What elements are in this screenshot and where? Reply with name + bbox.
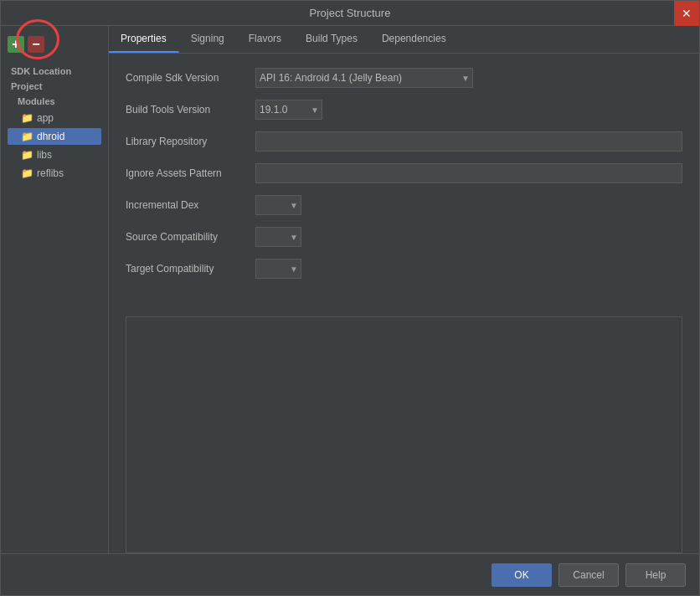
build-tools-label: Build Tools Version: [126, 104, 255, 116]
sidebar-item-libs[interactable]: 📁 libs: [8, 146, 101, 163]
tab-properties[interactable]: Properties: [109, 26, 179, 53]
sidebar-item-reflibs-label: reflibs: [37, 167, 64, 179]
tab-flavors[interactable]: Flavors: [237, 26, 294, 53]
sdk-location-label: SDK Location: [8, 64, 101, 78]
sidebar-item-dhroid[interactable]: 📁 dhroid: [8, 128, 101, 145]
compile-sdk-select-wrapper: API 16: Android 4.1 (Jelly Bean) ▼: [255, 68, 473, 88]
tab-signing[interactable]: Signing: [179, 26, 237, 53]
tab-panel: Properties Signing Flavors Build Types D…: [109, 26, 699, 553]
sidebar-tree: SDK Location Project Modules 📁 app 📁 dhr…: [1, 59, 108, 187]
folder-icon-app: 📁: [21, 112, 33, 124]
compile-sdk-label: Compile Sdk Version: [126, 72, 255, 84]
library-repo-label: Library Repository: [126, 136, 255, 147]
incremental-dex-label: Incremental Dex: [126, 199, 255, 211]
tab-dependencies[interactable]: Dependencies: [370, 26, 459, 53]
target-compat-select[interactable]: [255, 259, 301, 279]
bottom-bar: OK Cancel Help: [1, 553, 699, 595]
tab-build-types[interactable]: Build Types: [294, 26, 370, 53]
ignore-assets-label: Ignore Assets Pattern: [126, 167, 255, 179]
project-label: Project: [8, 80, 101, 93]
remove-module-button[interactable]: −: [28, 36, 44, 53]
compile-sdk-select[interactable]: API 16: Android 4.1 (Jelly Bean): [255, 68, 473, 88]
sidebar: + − SDK Location Project Modules 📁 app 📁…: [1, 26, 109, 553]
incremental-dex-select[interactable]: [255, 195, 301, 215]
sidebar-item-dhroid-label: dhroid: [37, 131, 64, 142]
source-compat-label: Source Compatibility: [126, 231, 255, 243]
source-compat-row: Source Compatibility ▼: [126, 226, 682, 248]
window-title: Project Structure: [310, 7, 391, 19]
help-button[interactable]: Help: [625, 563, 686, 587]
ok-button[interactable]: OK: [492, 563, 552, 587]
incremental-dex-row: Incremental Dex ▼: [126, 194, 682, 216]
sidebar-toolbar: + −: [1, 33, 108, 56]
ignore-assets-row: Ignore Assets Pattern: [126, 162, 682, 184]
sidebar-item-app[interactable]: 📁 app: [8, 110, 101, 126]
build-tools-select[interactable]: 19.1.0: [255, 100, 322, 120]
project-structure-window: Project Structure ✕ + − SDK Location Pro…: [0, 0, 700, 596]
main-content: + − SDK Location Project Modules 📁 app 📁…: [1, 26, 699, 553]
tabs-bar: Properties Signing Flavors Build Types D…: [109, 26, 699, 54]
source-compat-select[interactable]: [255, 227, 301, 247]
sidebar-item-reflibs[interactable]: 📁 reflibs: [8, 165, 101, 182]
sidebar-item-app-label: app: [37, 112, 54, 124]
lower-panel: [126, 316, 682, 554]
properties-panel: Compile Sdk Version API 16: Android 4.1 …: [109, 54, 699, 316]
folder-icon-dhroid: 📁: [21, 131, 33, 142]
ignore-assets-input[interactable]: [255, 163, 682, 183]
add-module-button[interactable]: +: [8, 36, 24, 53]
incremental-dex-select-wrapper: ▼: [255, 195, 301, 215]
target-compat-label: Target Compatibility: [126, 263, 255, 275]
compile-sdk-row: Compile Sdk Version API 16: Android 4.1 …: [126, 67, 682, 89]
folder-icon-reflibs: 📁: [21, 167, 33, 179]
library-repo-row: Library Repository: [126, 131, 682, 152]
build-tools-row: Build Tools Version 19.1.0 ▼: [126, 99, 682, 121]
close-button[interactable]: ✕: [674, 1, 699, 26]
target-compat-row: Target Compatibility ▼: [126, 258, 682, 280]
build-tools-select-wrapper: 19.1.0 ▼: [255, 100, 322, 120]
source-compat-select-wrapper: ▼: [255, 227, 301, 247]
cancel-button[interactable]: Cancel: [558, 563, 619, 587]
folder-icon-libs: 📁: [21, 149, 33, 161]
target-compat-select-wrapper: ▼: [255, 259, 301, 279]
title-bar: Project Structure ✕: [1, 1, 699, 26]
modules-label: Modules: [8, 95, 101, 108]
library-repo-input[interactable]: [255, 131, 682, 152]
sidebar-item-libs-label: libs: [37, 149, 52, 161]
